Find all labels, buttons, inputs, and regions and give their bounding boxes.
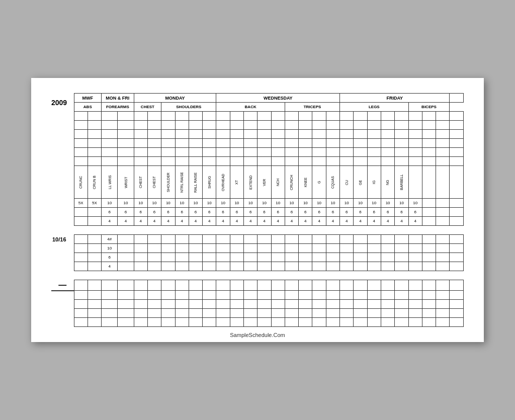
- s3-cell: [299, 300, 312, 309]
- s3-cell: [258, 318, 271, 327]
- s2-cell: [88, 253, 101, 262]
- s3-cell: [340, 318, 354, 327]
- s3-cell: [326, 291, 339, 300]
- cell: [408, 148, 422, 157]
- cell: [175, 121, 189, 130]
- s2-cell: [312, 244, 326, 253]
- cell: [381, 112, 394, 121]
- leg-set3: 10: [367, 199, 381, 208]
- s2-cell: [161, 253, 175, 262]
- cell: [175, 112, 189, 121]
- cell: [102, 121, 118, 130]
- exercise-llwris: LL WRIS: [102, 166, 118, 199]
- cell: [118, 148, 134, 157]
- cell: [258, 130, 271, 139]
- s2-cell: [326, 253, 339, 262]
- s2-cell: [312, 235, 326, 244]
- s3-cell: [147, 280, 161, 291]
- cell: [381, 157, 394, 166]
- s2-cell: [340, 244, 354, 253]
- s2-cell: [161, 235, 175, 244]
- s3-cell: [354, 291, 367, 300]
- s3-cell: [285, 309, 298, 318]
- spacer-row: [51, 226, 464, 235]
- cell4-18: 4: [340, 217, 354, 226]
- s3-cell: [312, 291, 326, 300]
- cell: [395, 130, 408, 139]
- s3-cell: [161, 280, 175, 291]
- s2-cell: [230, 262, 243, 271]
- s3-cell: [189, 280, 202, 291]
- cell: [258, 148, 271, 157]
- empty-row-3: [51, 130, 464, 139]
- spacer: [51, 199, 74, 208]
- cell: [354, 112, 367, 121]
- s3-cell: [381, 309, 394, 318]
- section2-row3: 6: [51, 253, 464, 262]
- s3-cell: [408, 309, 422, 318]
- exercise-chest2: CHEST: [147, 166, 161, 199]
- s3-cell: [161, 318, 175, 327]
- s3-cell: [175, 318, 189, 327]
- s3-cell: [312, 318, 326, 327]
- cell4-23: 4: [408, 217, 422, 226]
- s2-cell: [326, 235, 339, 244]
- cell: [102, 130, 118, 139]
- s3-cell: [189, 291, 202, 300]
- chest-header: CHEST: [134, 103, 161, 112]
- s2-cell: [175, 244, 189, 253]
- s2-cell: [271, 235, 285, 244]
- cell: [422, 121, 436, 130]
- s3-cell: [450, 291, 464, 300]
- cell4-19: 4: [354, 217, 367, 226]
- cell: [147, 157, 161, 166]
- cell: [230, 148, 243, 157]
- cell: [326, 139, 339, 148]
- cell: [340, 121, 354, 130]
- cell: [312, 121, 326, 130]
- s2-cell: [340, 262, 354, 271]
- s3-cell: [88, 318, 101, 327]
- s3-cell: [271, 318, 285, 327]
- cell: [354, 139, 367, 148]
- s3-cell: [175, 309, 189, 318]
- cell-sp3: [450, 208, 464, 217]
- date1-label: 10/16: [51, 235, 74, 244]
- s2-cell: [408, 235, 422, 244]
- s2-cell: [422, 244, 436, 253]
- cell: [326, 121, 339, 130]
- s3-cell: [134, 291, 147, 300]
- s3-cell: [88, 300, 101, 309]
- s3-cell: [312, 300, 326, 309]
- spacer: [51, 300, 74, 309]
- cell-sp2: [436, 217, 450, 226]
- s2-cell: [299, 235, 312, 244]
- cell: [88, 217, 101, 226]
- cell: [354, 121, 367, 130]
- s3-cell: [74, 309, 88, 318]
- s3-cell: [244, 309, 258, 318]
- cell: [422, 148, 436, 157]
- s2-cell: [258, 262, 271, 271]
- cell: [395, 157, 408, 166]
- tri-set3: 10: [312, 199, 326, 208]
- spacer: [51, 217, 74, 226]
- s2-cell: [312, 253, 326, 262]
- section-spacer-1: [51, 226, 464, 235]
- cell: [175, 157, 189, 166]
- section2-row4: 4: [51, 262, 464, 271]
- exercise-ge: GE: [354, 166, 367, 199]
- cell6-22: 6: [395, 208, 408, 217]
- s2-cell: [395, 235, 408, 244]
- s3-cell: [203, 300, 216, 309]
- s3-cell: [244, 318, 258, 327]
- s2-cell: [203, 244, 216, 253]
- cell6-7: 6: [189, 208, 202, 217]
- s3-cell: [74, 318, 88, 327]
- cell: [312, 148, 326, 157]
- s3-cell: [326, 300, 339, 309]
- s3-cell: [147, 318, 161, 327]
- s3-cell: [285, 280, 298, 291]
- empty-row-2: [51, 121, 464, 130]
- mwf-header: MWF: [74, 94, 102, 103]
